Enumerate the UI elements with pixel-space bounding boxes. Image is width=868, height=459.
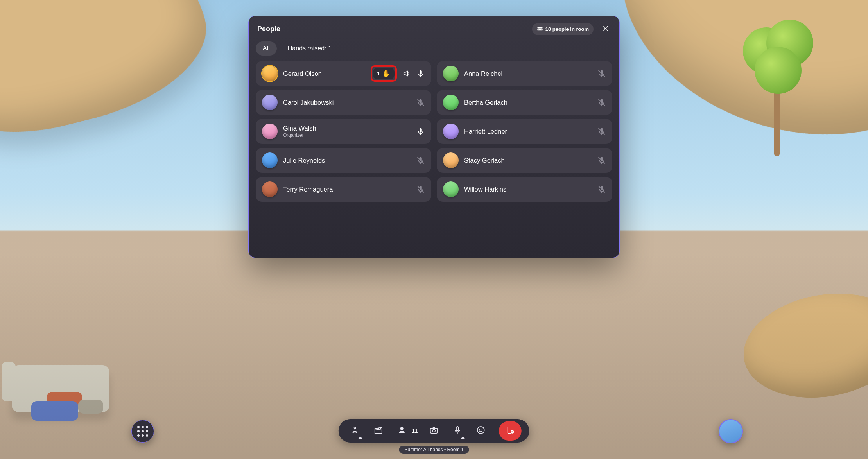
participant-name: Harriett Ledner: [464, 128, 592, 135]
mic-muted-icon[interactable]: [597, 98, 606, 107]
participant-name: Willow Harkins: [464, 186, 592, 193]
avatar: [262, 152, 278, 168]
reactions-button[interactable]: [474, 424, 488, 438]
room-label: Summer All-hands • Room 1: [399, 446, 469, 454]
participant-name: Gina Walsh: [283, 125, 411, 132]
avatar: [443, 95, 459, 110]
microphone-button[interactable]: [450, 424, 464, 438]
avatar: [443, 124, 459, 139]
hand-raised-highlight: 1✋: [371, 65, 397, 82]
participant-row[interactable]: Stacy Gerlach: [437, 148, 612, 173]
bottom-dock: 11: [339, 419, 529, 443]
teleport-button[interactable]: [348, 424, 362, 438]
participant-subtitle: Organizer: [283, 133, 411, 138]
participant-name: Stacy Gerlach: [464, 157, 592, 164]
svg-point-5: [479, 429, 480, 430]
svg-rect-1: [430, 428, 438, 433]
mic-muted-icon[interactable]: [416, 156, 425, 165]
raised-hand-icon: ✋: [382, 70, 391, 77]
tab-all[interactable]: All: [256, 41, 277, 56]
people-button[interactable]: [395, 424, 409, 438]
leave-icon: [506, 425, 515, 436]
camera-icon: [429, 425, 439, 436]
filter-tabs: All Hands raised: 1: [249, 38, 619, 61]
svg-point-2: [433, 429, 436, 432]
megaphone-icon[interactable]: [402, 69, 411, 78]
svg-point-0: [354, 427, 356, 429]
people-icon: [537, 25, 543, 33]
participant-name: Anna Reichel: [464, 70, 592, 77]
mic-muted-icon[interactable]: [597, 156, 606, 165]
mic-on-icon[interactable]: [416, 127, 425, 136]
avatar: [443, 181, 459, 197]
avatar: [262, 95, 278, 110]
participant-name: Bertha Gerlach: [464, 99, 592, 106]
participant-name: Terry Romaguera: [283, 186, 411, 193]
participant-row[interactable]: Bertha Gerlach: [437, 90, 612, 115]
hand-raised-badge[interactable]: 1✋: [373, 68, 395, 79]
avatar: [443, 66, 459, 81]
participant-name: Carol Jakubowski: [283, 99, 411, 106]
avatar: [262, 124, 278, 139]
avatar: [443, 152, 459, 168]
participant-row[interactable]: Harriett Ledner: [437, 119, 612, 144]
panel-title: People: [257, 25, 280, 33]
record-button[interactable]: [371, 424, 386, 438]
avatar: [262, 181, 278, 197]
participant-row[interactable]: Anna Reichel: [437, 61, 612, 86]
avatar: [262, 66, 278, 81]
mic-muted-icon[interactable]: [597, 185, 606, 194]
participant-row[interactable]: Julie Reynolds: [256, 148, 431, 173]
hand-order: 1: [377, 70, 380, 77]
svg-point-4: [477, 427, 484, 434]
apps-button[interactable]: [131, 420, 154, 443]
apps-grid-icon: [137, 426, 148, 437]
room-count-label: 10 people in room: [545, 26, 589, 32]
chevron-up-icon: [461, 434, 465, 438]
participant-row[interactable]: Terry Romaguera: [256, 177, 431, 202]
participants-grid: Gerard Olson1✋Anna ReichelCarol Jakubows…: [249, 61, 619, 258]
participant-row[interactable]: Gerard Olson1✋: [256, 61, 431, 86]
person-icon: [397, 425, 407, 436]
tab-hands-raised[interactable]: Hands raised: 1: [281, 41, 339, 56]
people-panel: People 10 people in room All Hands raise…: [248, 16, 620, 258]
participant-name: Gerard Olson: [283, 70, 365, 77]
clapperboard-icon: [374, 425, 383, 436]
svg-point-6: [482, 429, 482, 430]
close-button[interactable]: [600, 24, 611, 35]
people-count: 11: [412, 428, 418, 434]
mic-muted-icon[interactable]: [416, 185, 425, 194]
mic-muted-icon[interactable]: [597, 69, 606, 78]
participant-row[interactable]: Gina WalshOrganizer: [256, 119, 431, 144]
participant-name: Julie Reynolds: [283, 157, 411, 164]
mic-muted-icon[interactable]: [416, 98, 425, 107]
mic-muted-icon[interactable]: [597, 127, 606, 136]
participant-row[interactable]: Carol Jakubowski: [256, 90, 431, 115]
room-count-pill[interactable]: 10 people in room: [532, 23, 594, 35]
camera-button[interactable]: [427, 424, 441, 438]
mic-on-icon[interactable]: [416, 69, 425, 78]
self-avatar[interactable]: [719, 419, 743, 443]
close-icon: [601, 25, 609, 34]
leave-button[interactable]: [499, 421, 522, 441]
smile-icon: [476, 425, 486, 436]
chevron-up-icon: [359, 434, 362, 438]
participant-row[interactable]: Willow Harkins: [437, 177, 612, 202]
svg-rect-3: [456, 427, 459, 431]
